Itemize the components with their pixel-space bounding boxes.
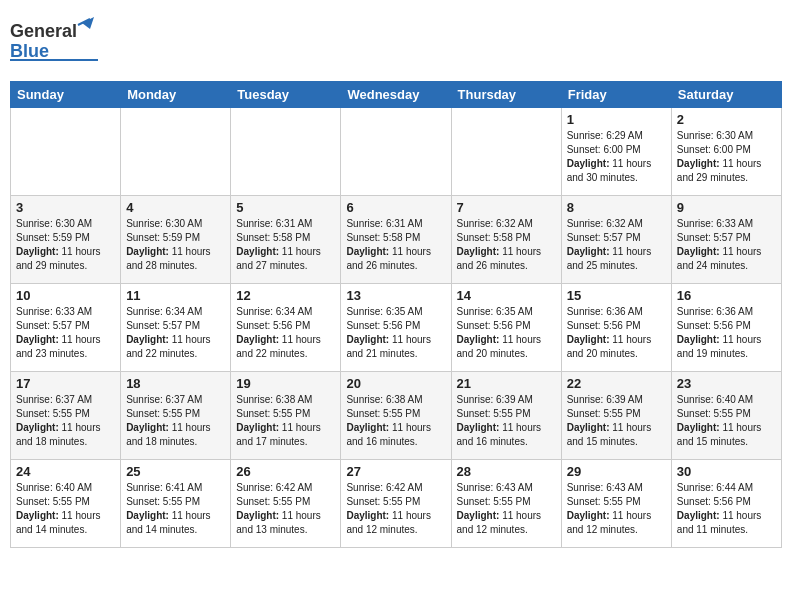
day-info: Sunrise: 6:38 AMSunset: 5:55 PMDaylight:…	[346, 393, 445, 449]
calendar-cell: 1Sunrise: 6:29 AMSunset: 6:00 PMDaylight…	[561, 108, 671, 196]
calendar-cell: 13Sunrise: 6:35 AMSunset: 5:56 PMDayligh…	[341, 284, 451, 372]
day-info: Sunrise: 6:31 AMSunset: 5:58 PMDaylight:…	[236, 217, 335, 273]
day-number: 16	[677, 288, 776, 303]
day-number: 13	[346, 288, 445, 303]
calendar-cell: 20Sunrise: 6:38 AMSunset: 5:55 PMDayligh…	[341, 372, 451, 460]
day-info: Sunrise: 6:33 AMSunset: 5:57 PMDaylight:…	[16, 305, 115, 361]
day-info: Sunrise: 6:31 AMSunset: 5:58 PMDaylight:…	[346, 217, 445, 273]
day-number: 18	[126, 376, 225, 391]
calendar-cell: 3Sunrise: 6:30 AMSunset: 5:59 PMDaylight…	[11, 196, 121, 284]
day-info: Sunrise: 6:35 AMSunset: 5:56 PMDaylight:…	[457, 305, 556, 361]
day-number: 20	[346, 376, 445, 391]
day-number: 11	[126, 288, 225, 303]
day-number: 4	[126, 200, 225, 215]
calendar-cell: 23Sunrise: 6:40 AMSunset: 5:55 PMDayligh…	[671, 372, 781, 460]
day-number: 10	[16, 288, 115, 303]
calendar-cell: 9Sunrise: 6:33 AMSunset: 5:57 PMDaylight…	[671, 196, 781, 284]
page-header: GeneralBlue	[10, 10, 782, 73]
weekday-header-wednesday: Wednesday	[341, 82, 451, 108]
calendar-cell: 8Sunrise: 6:32 AMSunset: 5:57 PMDaylight…	[561, 196, 671, 284]
day-number: 2	[677, 112, 776, 127]
day-info: Sunrise: 6:34 AMSunset: 5:57 PMDaylight:…	[126, 305, 225, 361]
day-info: Sunrise: 6:30 AMSunset: 5:59 PMDaylight:…	[16, 217, 115, 273]
calendar-cell: 10Sunrise: 6:33 AMSunset: 5:57 PMDayligh…	[11, 284, 121, 372]
calendar-week-row: 24Sunrise: 6:40 AMSunset: 5:55 PMDayligh…	[11, 460, 782, 548]
day-number: 3	[16, 200, 115, 215]
day-info: Sunrise: 6:42 AMSunset: 5:55 PMDaylight:…	[236, 481, 335, 537]
calendar-cell: 5Sunrise: 6:31 AMSunset: 5:58 PMDaylight…	[231, 196, 341, 284]
calendar-cell: 21Sunrise: 6:39 AMSunset: 5:55 PMDayligh…	[451, 372, 561, 460]
day-info: Sunrise: 6:40 AMSunset: 5:55 PMDaylight:…	[16, 481, 115, 537]
weekday-header-thursday: Thursday	[451, 82, 561, 108]
calendar-week-row: 1Sunrise: 6:29 AMSunset: 6:00 PMDaylight…	[11, 108, 782, 196]
logo: GeneralBlue	[10, 15, 100, 63]
day-number: 28	[457, 464, 556, 479]
day-number: 19	[236, 376, 335, 391]
day-number: 5	[236, 200, 335, 215]
calendar-cell: 19Sunrise: 6:38 AMSunset: 5:55 PMDayligh…	[231, 372, 341, 460]
day-number: 24	[16, 464, 115, 479]
calendar-cell	[121, 108, 231, 196]
day-number: 9	[677, 200, 776, 215]
logo-svg: GeneralBlue	[10, 15, 100, 63]
day-info: Sunrise: 6:34 AMSunset: 5:56 PMDaylight:…	[236, 305, 335, 361]
calendar-cell: 27Sunrise: 6:42 AMSunset: 5:55 PMDayligh…	[341, 460, 451, 548]
weekday-header-saturday: Saturday	[671, 82, 781, 108]
svg-text:Blue: Blue	[10, 41, 49, 61]
calendar-cell: 6Sunrise: 6:31 AMSunset: 5:58 PMDaylight…	[341, 196, 451, 284]
calendar-cell: 30Sunrise: 6:44 AMSunset: 5:56 PMDayligh…	[671, 460, 781, 548]
calendar-cell: 14Sunrise: 6:35 AMSunset: 5:56 PMDayligh…	[451, 284, 561, 372]
calendar-cell	[231, 108, 341, 196]
calendar-cell: 12Sunrise: 6:34 AMSunset: 5:56 PMDayligh…	[231, 284, 341, 372]
calendar-cell: 26Sunrise: 6:42 AMSunset: 5:55 PMDayligh…	[231, 460, 341, 548]
day-number: 12	[236, 288, 335, 303]
calendar-cell	[451, 108, 561, 196]
weekday-header-friday: Friday	[561, 82, 671, 108]
day-info: Sunrise: 6:38 AMSunset: 5:55 PMDaylight:…	[236, 393, 335, 449]
day-number: 17	[16, 376, 115, 391]
calendar-cell: 17Sunrise: 6:37 AMSunset: 5:55 PMDayligh…	[11, 372, 121, 460]
calendar-table: SundayMondayTuesdayWednesdayThursdayFrid…	[10, 81, 782, 548]
calendar-cell: 2Sunrise: 6:30 AMSunset: 6:00 PMDaylight…	[671, 108, 781, 196]
day-info: Sunrise: 6:37 AMSunset: 5:55 PMDaylight:…	[126, 393, 225, 449]
day-info: Sunrise: 6:39 AMSunset: 5:55 PMDaylight:…	[567, 393, 666, 449]
day-info: Sunrise: 6:36 AMSunset: 5:56 PMDaylight:…	[677, 305, 776, 361]
weekday-header-sunday: Sunday	[11, 82, 121, 108]
calendar-cell: 24Sunrise: 6:40 AMSunset: 5:55 PMDayligh…	[11, 460, 121, 548]
day-info: Sunrise: 6:36 AMSunset: 5:56 PMDaylight:…	[567, 305, 666, 361]
calendar-week-row: 3Sunrise: 6:30 AMSunset: 5:59 PMDaylight…	[11, 196, 782, 284]
day-number: 14	[457, 288, 556, 303]
calendar-cell: 11Sunrise: 6:34 AMSunset: 5:57 PMDayligh…	[121, 284, 231, 372]
weekday-header-row: SundayMondayTuesdayWednesdayThursdayFrid…	[11, 82, 782, 108]
day-number: 22	[567, 376, 666, 391]
day-info: Sunrise: 6:39 AMSunset: 5:55 PMDaylight:…	[457, 393, 556, 449]
calendar-week-row: 17Sunrise: 6:37 AMSunset: 5:55 PMDayligh…	[11, 372, 782, 460]
calendar-week-row: 10Sunrise: 6:33 AMSunset: 5:57 PMDayligh…	[11, 284, 782, 372]
day-number: 6	[346, 200, 445, 215]
day-info: Sunrise: 6:35 AMSunset: 5:56 PMDaylight:…	[346, 305, 445, 361]
day-number: 23	[677, 376, 776, 391]
day-info: Sunrise: 6:32 AMSunset: 5:57 PMDaylight:…	[567, 217, 666, 273]
svg-rect-4	[10, 59, 98, 61]
day-number: 1	[567, 112, 666, 127]
day-number: 29	[567, 464, 666, 479]
day-number: 8	[567, 200, 666, 215]
day-info: Sunrise: 6:33 AMSunset: 5:57 PMDaylight:…	[677, 217, 776, 273]
weekday-header-monday: Monday	[121, 82, 231, 108]
day-number: 27	[346, 464, 445, 479]
day-info: Sunrise: 6:42 AMSunset: 5:55 PMDaylight:…	[346, 481, 445, 537]
calendar-cell: 29Sunrise: 6:43 AMSunset: 5:55 PMDayligh…	[561, 460, 671, 548]
calendar-cell: 28Sunrise: 6:43 AMSunset: 5:55 PMDayligh…	[451, 460, 561, 548]
weekday-header-tuesday: Tuesday	[231, 82, 341, 108]
day-number: 30	[677, 464, 776, 479]
day-info: Sunrise: 6:40 AMSunset: 5:55 PMDaylight:…	[677, 393, 776, 449]
day-info: Sunrise: 6:30 AMSunset: 5:59 PMDaylight:…	[126, 217, 225, 273]
calendar-cell: 18Sunrise: 6:37 AMSunset: 5:55 PMDayligh…	[121, 372, 231, 460]
calendar-cell: 7Sunrise: 6:32 AMSunset: 5:58 PMDaylight…	[451, 196, 561, 284]
calendar-cell: 22Sunrise: 6:39 AMSunset: 5:55 PMDayligh…	[561, 372, 671, 460]
day-number: 7	[457, 200, 556, 215]
day-info: Sunrise: 6:29 AMSunset: 6:00 PMDaylight:…	[567, 129, 666, 185]
calendar-cell: 4Sunrise: 6:30 AMSunset: 5:59 PMDaylight…	[121, 196, 231, 284]
day-info: Sunrise: 6:30 AMSunset: 6:00 PMDaylight:…	[677, 129, 776, 185]
calendar-cell: 15Sunrise: 6:36 AMSunset: 5:56 PMDayligh…	[561, 284, 671, 372]
